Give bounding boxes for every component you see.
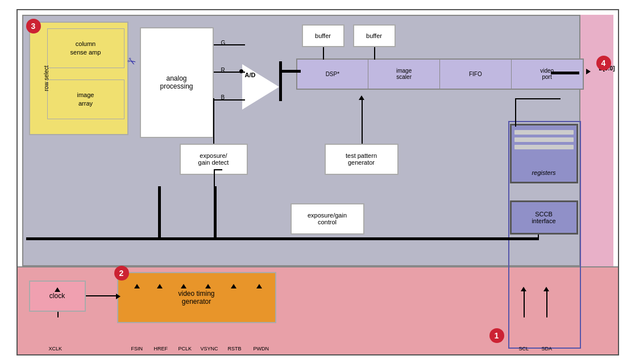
vtg-box: video timing generator	[117, 272, 276, 323]
sda-label: SDA	[542, 346, 553, 352]
image-array-box: image array	[47, 80, 124, 119]
scl-label: SCL	[519, 346, 529, 352]
buffer2-box: buffer	[353, 24, 396, 47]
dsp-cell: DSP*	[297, 60, 369, 89]
vsync-arrow	[205, 284, 211, 288]
test-pipe-arrow	[359, 95, 364, 100]
exp-gain-control-box: exposure/gain control	[290, 203, 364, 235]
vsync-label: VSYNC	[201, 346, 218, 352]
adc-vertical	[279, 61, 282, 101]
exp-det-h	[213, 98, 214, 99]
g-line	[214, 44, 245, 45]
pwdn-arrow	[256, 284, 262, 288]
pipeline-row: DSP* image scaler FIFO video port	[296, 58, 584, 90]
vtg-exp-v	[214, 169, 215, 198]
analog-processing-box: analog processing	[140, 27, 214, 138]
r-junction	[239, 69, 243, 73]
badge-2: 2	[114, 266, 129, 281]
fsin-arrow	[134, 284, 140, 288]
adc-label: A/D	[245, 72, 256, 78]
clock-to-vtg-arrow	[116, 294, 121, 299]
test-to-pipe-v	[362, 98, 363, 144]
badge-4: 4	[596, 56, 611, 70]
sda-arrow	[543, 287, 549, 291]
exp-detect-to-analog-v	[213, 98, 214, 144]
image-scaler-cell: image scaler	[368, 60, 440, 89]
row-select-label: row select	[43, 65, 49, 91]
rstb-arrow	[231, 284, 236, 288]
pclk-arrow	[181, 284, 186, 288]
sccb-interface-box: SCCB interface	[510, 200, 578, 235]
rstb-label: RSTB	[228, 346, 242, 352]
d-output-line	[551, 72, 579, 74]
main-h-bus	[26, 237, 538, 240]
buf1-to-pipe	[323, 47, 324, 60]
buffer1-box: buffer	[302, 24, 345, 47]
sda-line	[546, 289, 547, 317]
fifo-cell: FIFO	[440, 60, 512, 89]
xclk-arrow-up	[55, 287, 60, 292]
adc-to-pipeline	[279, 70, 301, 73]
pink-right-panel	[579, 15, 613, 266]
vtg-v-line1	[158, 186, 161, 239]
buf2-to-pipe	[374, 47, 375, 60]
scl-arrow	[521, 287, 526, 291]
sensor-section: column sense amp image array row select	[29, 22, 128, 135]
href-label: HREF	[154, 346, 168, 352]
r-label: R	[221, 67, 225, 73]
diagram-wrapper: 1 2 3 4 column sense amp image array row…	[16, 9, 619, 355]
d-output-arrow	[586, 69, 591, 74]
test-pattern-gen-box: test pattern generator	[325, 144, 399, 175]
reg-to-pipe-h	[515, 98, 561, 99]
adc-shape	[242, 64, 279, 110]
clock-box: clock	[29, 281, 86, 312]
g-label: G	[221, 40, 226, 46]
badge-1: 1	[489, 328, 504, 343]
href-arrow	[157, 284, 163, 288]
b-label: B	[221, 94, 225, 101]
badge-3: 3	[26, 19, 41, 34]
sccb-bus-v	[538, 235, 539, 240]
clock-to-vtg-line	[86, 295, 119, 296]
registers-label: registers	[512, 169, 576, 176]
pwdn-label: PWDN	[254, 346, 269, 352]
vtg-exp-h	[214, 169, 222, 170]
col-sense-amp-box: column sense amp	[47, 28, 124, 68]
registers-box: registers	[510, 124, 578, 183]
fsin-label: FSIN	[131, 346, 143, 352]
pclk-label: PCLK	[179, 346, 192, 352]
reg-v	[515, 98, 516, 127]
b-line	[214, 99, 245, 101]
scl-line	[524, 289, 525, 317]
xclk-label: XCLK	[49, 346, 63, 352]
